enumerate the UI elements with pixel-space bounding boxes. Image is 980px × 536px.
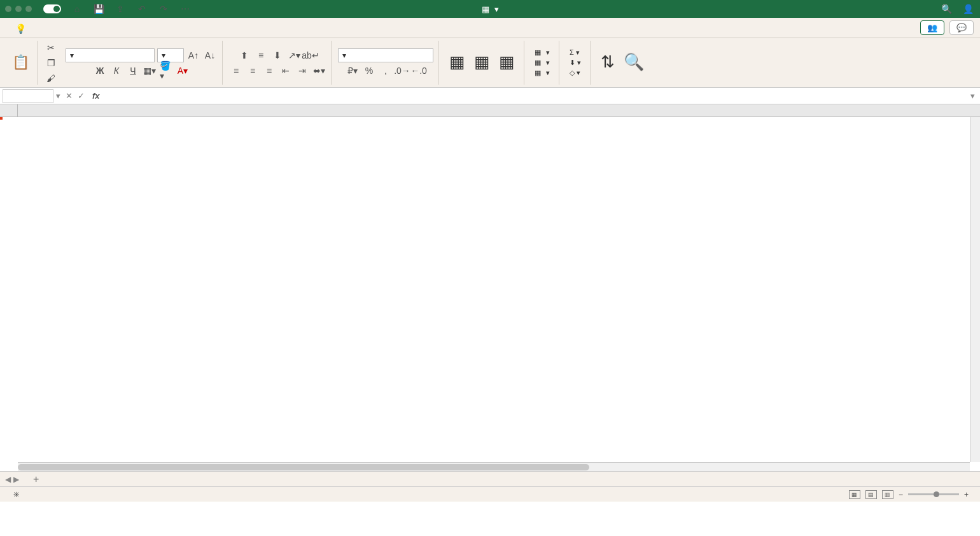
decrease-font-icon[interactable]: A↓	[203, 48, 217, 62]
align-center-icon[interactable]: ≡	[246, 64, 260, 78]
account-icon[interactable]: 👤	[961, 2, 975, 16]
quick-access-toolbar: ⌂ 💾 ⇪ ↶ ↷ ⋯	[70, 2, 192, 16]
format-painter-icon[interactable]: 🖌	[44, 71, 58, 85]
fill-button[interactable]: ⬇ ▾	[566, 58, 585, 67]
wrap-text-icon[interactable]: ab↵	[304, 48, 318, 62]
number-group: ▾ ₽▾ % , .0→ ←.0	[333, 41, 439, 85]
add-sheet-button[interactable]: +	[27, 474, 45, 485]
window-controls[interactable]	[5, 6, 32, 12]
find-icon: 🔍	[624, 52, 644, 72]
currency-icon[interactable]: ₽▾	[346, 64, 360, 78]
name-box[interactable]	[3, 89, 53, 103]
cut-icon[interactable]: ✂	[44, 41, 58, 55]
share-icon[interactable]: ⇪	[113, 2, 127, 16]
chevron-down-icon[interactable]: ▾	[494, 4, 499, 14]
comma-icon[interactable]: ,	[379, 64, 393, 78]
format-cells-button[interactable]: ▦ ▾	[531, 68, 554, 78]
clear-button[interactable]: ◇ ▾	[566, 68, 585, 78]
column-headers	[0, 104, 980, 117]
cancel-icon[interactable]: ✕	[66, 91, 73, 101]
spreadsheet-grid[interactable]	[0, 104, 980, 471]
search-icon[interactable]: 🔍	[939, 2, 953, 16]
borders-icon[interactable]: ▦▾	[143, 64, 157, 78]
cell-styles-button[interactable]: ▦	[495, 51, 519, 74]
align-top-icon[interactable]: ⬆	[237, 48, 251, 62]
name-box-dropdown-icon[interactable]: ▾	[56, 91, 60, 101]
excel-file-icon: ▦	[482, 4, 489, 14]
more-icon[interactable]: ⋯	[178, 2, 192, 16]
align-left-icon[interactable]: ≡	[229, 64, 243, 78]
fill-color-icon[interactable]: 🪣▾	[159, 64, 173, 78]
vertical-scrollbar[interactable]	[970, 117, 980, 462]
accessibility-icon[interactable]: ⛯	[13, 490, 20, 499]
increase-decimal-icon[interactable]: .0→	[395, 64, 409, 78]
zoom-in-icon[interactable]: +	[964, 490, 969, 499]
conditional-formatting-button[interactable]: ▦	[445, 51, 469, 74]
align-bottom-icon[interactable]: ⬇	[270, 48, 284, 62]
highlight-box	[0, 117, 3, 120]
home-icon[interactable]: ⌂	[70, 2, 84, 16]
page-layout-view-icon[interactable]: ▤	[865, 490, 877, 499]
increase-font-icon[interactable]: A↑	[186, 48, 200, 62]
insert-cells-button[interactable]: ▦ ▾	[531, 48, 554, 57]
share-button[interactable]: 👥	[920, 20, 944, 35]
sort-filter-button[interactable]: ⇅	[597, 51, 619, 74]
percent-icon[interactable]: %	[362, 64, 376, 78]
fx-icon[interactable]: fx	[90, 91, 102, 101]
number-format-select[interactable]: ▾	[338, 48, 433, 62]
italic-icon[interactable]: К	[109, 64, 123, 78]
decrease-decimal-icon[interactable]: ←.0	[412, 64, 426, 78]
sort-icon: ⇅	[601, 52, 615, 72]
autosum-button[interactable]: Σ ▾	[566, 48, 585, 57]
comments-button[interactable]: 💬	[949, 20, 974, 35]
format-as-table-button[interactable]: ▦	[470, 51, 494, 74]
expand-formula-icon[interactable]: ▾	[965, 91, 980, 101]
normal-view-icon[interactable]: ▦	[849, 490, 860, 499]
formula-bar: ▾ ✕ ✓ fx ▾	[0, 88, 980, 104]
copy-icon[interactable]: ❐	[44, 56, 58, 70]
enter-icon[interactable]: ✓	[78, 91, 85, 101]
align-right-icon[interactable]: ≡	[262, 64, 276, 78]
select-all-corner[interactable]	[0, 104, 18, 116]
alignment-group: ⬆ ≡ ⬇ ↗▾ ab↵ ≡ ≡ ≡ ⇤ ⇥ ⬌▾	[224, 41, 332, 85]
paste-icon[interactable]: 📋	[9, 51, 32, 74]
autosave-toggle[interactable]	[43, 4, 61, 13]
tell-me[interactable]: 💡	[8, 20, 34, 38]
save-icon[interactable]: 💾	[92, 2, 106, 16]
titlebar: ⌂ 💾 ⇪ ↶ ↷ ⋯ ▦ ▾ 🔍 👤	[0, 0, 980, 18]
document-title: ▦ ▾	[482, 4, 499, 14]
cells-group: ▦ ▾ ▦ ▾ ▦ ▾	[526, 41, 559, 85]
horizontal-scroll-thumb[interactable]	[18, 464, 589, 470]
prev-sheet-icon[interactable]: ◀	[5, 475, 11, 484]
close-window-icon[interactable]	[5, 6, 11, 12]
bold-icon[interactable]: Ж	[93, 64, 107, 78]
font-color-icon[interactable]: A▾	[176, 64, 190, 78]
merge-icon[interactable]: ⬌▾	[312, 64, 326, 78]
horizontal-scrollbar[interactable]	[18, 462, 970, 471]
ribbon-tabs: 💡 👥 💬	[0, 18, 980, 38]
zoom-slider[interactable]	[908, 493, 959, 495]
clipboard-group: 📋	[4, 41, 38, 85]
find-select-button[interactable]: 🔍	[620, 51, 648, 74]
decrease-indent-icon[interactable]: ⇤	[279, 64, 293, 78]
styles-group: ▦ ▦ ▦	[440, 41, 524, 85]
status-bar: ⛯ ▦ ▤ ▥ − +	[0, 486, 980, 502]
underline-icon[interactable]: Ч	[126, 64, 140, 78]
font-name-select[interactable]: ▾	[66, 48, 155, 62]
align-middle-icon[interactable]: ≡	[254, 48, 268, 62]
next-sheet-icon[interactable]: ▶	[13, 475, 19, 484]
autosave[interactable]	[39, 4, 61, 13]
maximize-window-icon[interactable]	[25, 6, 32, 12]
delete-cells-button[interactable]: ▦ ▾	[531, 58, 554, 67]
styles-icon: ▦	[499, 52, 515, 72]
redo-icon[interactable]: ↷	[157, 2, 171, 16]
page-break-view-icon[interactable]: ▥	[882, 490, 893, 499]
editing-group: Σ ▾ ⬇ ▾ ◇ ▾	[561, 41, 591, 85]
minimize-window-icon[interactable]	[15, 6, 22, 12]
orientation-icon[interactable]: ↗▾	[287, 48, 301, 62]
font-group: ▾ ▾ A↑ A↓ Ж К Ч ▦▾ 🪣▾ A▾	[60, 41, 223, 85]
zoom-out-icon[interactable]: −	[899, 490, 903, 499]
increase-indent-icon[interactable]: ⇥	[295, 64, 309, 78]
undo-icon[interactable]: ↶	[135, 2, 149, 16]
conditional-formatting-icon: ▦	[449, 52, 465, 72]
